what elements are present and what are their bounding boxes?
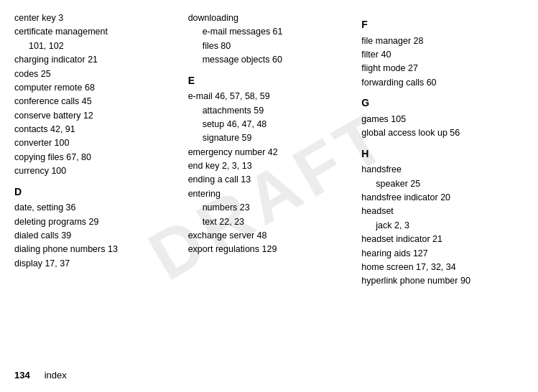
entry: flight mode 27 xyxy=(361,62,524,75)
sub-entry: files 80 xyxy=(188,39,351,53)
entry: copying files 67, 80 xyxy=(14,151,177,164)
entry: center key 3 xyxy=(14,11,177,25)
section-letter-f: F xyxy=(361,17,524,33)
section-letter-e: E xyxy=(188,73,351,89)
entry: display 17, 37 xyxy=(14,257,177,271)
entry: export regulations 129 xyxy=(188,243,351,256)
entry: games 105 xyxy=(361,113,524,126)
sub-entry: speaker 25 xyxy=(361,177,524,191)
sub-entry: e-mail messages 61 xyxy=(188,25,351,39)
entry: dialed calls 39 xyxy=(14,229,177,243)
entry: computer remote 68 xyxy=(14,81,177,95)
column-3: Ffile manager 28filter 40flight mode 27f… xyxy=(361,11,524,363)
sub-entry: 101, 102 xyxy=(14,39,177,53)
sub-entry: jack 2, 3 xyxy=(361,219,524,233)
sub-entry: attachments 59 xyxy=(188,104,351,118)
entry: filter 40 xyxy=(361,48,524,62)
section-letter-g: G xyxy=(361,95,524,111)
page-number: 134 xyxy=(14,370,30,381)
sub-entry: signature 59 xyxy=(188,131,351,145)
entry: headset indicator 21 xyxy=(361,233,524,246)
entry: ending a call 13 xyxy=(188,173,351,187)
entry: forwarding calls 60 xyxy=(361,76,524,90)
entry: exchange server 48 xyxy=(188,229,351,243)
entry: e-mail 46, 57, 58, 59 xyxy=(188,90,351,103)
section-letter-h: H xyxy=(361,146,524,162)
entry: contacts 42, 91 xyxy=(14,123,177,136)
entry: charging indicator 21 xyxy=(14,53,177,67)
entry: home screen 17, 32, 34 xyxy=(361,261,524,274)
section-letter-d: D xyxy=(14,185,177,200)
page: center key 3certificate management101, 1… xyxy=(0,0,538,392)
entry: entering xyxy=(188,187,351,201)
entry: file manager 28 xyxy=(361,34,524,48)
entry: downloading xyxy=(188,11,351,25)
page-footer: 134 index xyxy=(14,363,524,381)
entry: hearing aids 127 xyxy=(361,247,524,261)
entry: currency 100 xyxy=(14,164,177,178)
sub-entry: message objects 60 xyxy=(188,53,351,67)
entry: date, setting 36 xyxy=(14,201,177,215)
entry: handsfree indicator 20 xyxy=(361,191,524,205)
entry: deleting programs 29 xyxy=(14,215,177,229)
sub-entry: numbers 23 xyxy=(188,201,351,215)
sub-entry: setup 46, 47, 48 xyxy=(188,118,351,131)
entry: conference calls 45 xyxy=(14,95,177,108)
entry: handsfree xyxy=(361,163,524,177)
entry: certificate management xyxy=(14,25,177,39)
entry: headset xyxy=(361,205,524,218)
entry: hyperlink phone number 90 xyxy=(361,274,524,288)
footer-label: index xyxy=(45,370,67,381)
entry: global access look up 56 xyxy=(361,126,524,140)
content-columns: center key 3certificate management101, 1… xyxy=(14,11,524,363)
entry: emergency number 42 xyxy=(188,146,351,159)
sub-entry: text 22, 23 xyxy=(188,215,351,229)
entry: converter 100 xyxy=(14,136,177,150)
entry: end key 2, 3, 13 xyxy=(188,159,351,173)
entry: dialing phone numbers 13 xyxy=(14,243,177,256)
entry: conserve battery 12 xyxy=(14,109,177,123)
column-1: center key 3certificate management101, 1… xyxy=(14,11,188,363)
column-2: downloadinge-mail messages 61files 80mes… xyxy=(188,11,362,363)
entry: codes 25 xyxy=(14,67,177,81)
